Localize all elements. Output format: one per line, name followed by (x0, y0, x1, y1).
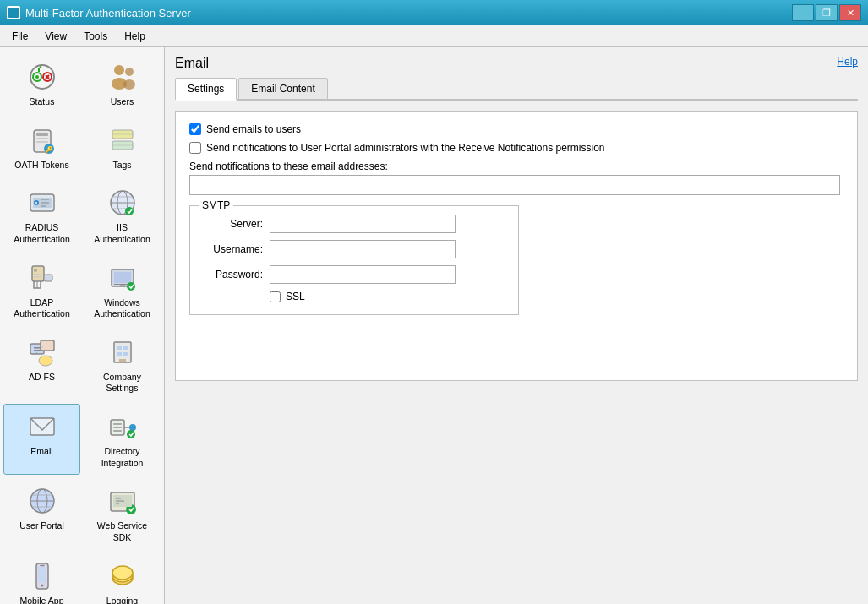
send-notifications-row: Send notifications to User Portal admini… (189, 142, 843, 154)
sidebar-item-logging[interactable]: Logging (84, 553, 161, 604)
company-icon (106, 335, 139, 369)
sidebar: Status Users (0, 47, 165, 604)
menu-tools[interactable]: Tools (75, 27, 116, 46)
svg-point-2 (35, 75, 39, 79)
sidebar-item-oath-tokens[interactable]: 🔑 OATH Tokens (3, 117, 80, 177)
sidebar-item-users[interactable]: Users (84, 54, 161, 114)
svg-point-8 (114, 65, 124, 75)
menu-bar: File View Tools Help (0, 25, 868, 47)
send-notifications-checkbox[interactable] (189, 142, 201, 154)
smtp-server-input[interactable] (270, 215, 456, 233)
sidebar-item-ldap-auth[interactable]: LDAPAuthentication (3, 255, 80, 326)
status-label: Status (30, 96, 55, 108)
email-icon (25, 410, 59, 443)
svg-rect-14 (36, 138, 48, 139)
tab-email-content[interactable]: Email Content (238, 78, 327, 99)
company-settings-label: CompanySettings (103, 372, 141, 395)
sidebar-item-mobile-app[interactable]: Mobile App (3, 553, 80, 604)
send-notifications-label: Send notifications to User Portal admini… (206, 142, 605, 154)
svg-rect-61 (113, 423, 122, 425)
users-icon (106, 60, 139, 94)
settings-panel: Send emails to users Send notifications … (175, 111, 858, 381)
sidebar-item-user-portal[interactable]: User Portal (3, 478, 80, 549)
smtp-username-row: Username: (202, 240, 506, 258)
sidebar-item-tags[interactable]: Tags (84, 117, 161, 177)
sidebar-item-email[interactable]: Email (3, 404, 80, 475)
sidebar-item-status[interactable]: Status (3, 54, 80, 114)
svg-rect-48 (34, 350, 41, 351)
svg-point-45 (127, 282, 135, 291)
send-emails-checkbox[interactable] (189, 123, 201, 135)
menu-file[interactable]: File (3, 27, 36, 46)
sidebar-item-ad-fs[interactable]: AD FS (3, 329, 80, 400)
sidebar-item-windows-auth[interactable]: WindowsAuthentication (84, 255, 161, 326)
svg-point-11 (123, 79, 135, 90)
sidebar-item-web-service-sdk[interactable]: Web ServiceSDK (84, 478, 161, 549)
email-addresses-row: Send notifications to these email addres… (189, 161, 843, 195)
ssl-label: SSL (286, 291, 305, 302)
iis-auth-label: IISAuthentication (94, 222, 150, 245)
tab-settings[interactable]: Settings (175, 78, 237, 101)
sidebar-item-iis-auth[interactable]: IISAuthentication (84, 180, 161, 251)
svg-text:🔑: 🔑 (45, 145, 53, 154)
portal-icon (25, 484, 59, 518)
smtp-group: SMTP Server: Username: Password: SSL (189, 205, 519, 315)
adfs-label: AD FS (29, 372, 55, 384)
ssl-checkbox[interactable] (270, 291, 281, 302)
logging-label: Logging (106, 596, 138, 604)
svg-rect-59 (30, 418, 54, 435)
svg-rect-62 (113, 427, 122, 428)
ldap-auth-label: LDAPAuthentication (14, 297, 70, 320)
oath-tokens-label: OATH Tokens (14, 160, 68, 171)
smtp-server-label: Server: (202, 218, 270, 230)
smtp-username-input[interactable] (270, 240, 456, 258)
svg-point-10 (125, 68, 134, 76)
iis-icon (106, 186, 139, 220)
windows-auth-label: WindowsAuthentication (94, 297, 150, 320)
sdk-icon (106, 484, 139, 518)
users-label: Users (111, 96, 134, 108)
ssl-row: SSL (270, 291, 506, 302)
windows-icon (106, 261, 139, 295)
directory-integration-label: DirectoryIntegration (101, 446, 144, 469)
svg-rect-15 (36, 141, 48, 143)
ldap-icon (25, 261, 59, 295)
svg-rect-49 (41, 340, 54, 351)
maximize-button[interactable]: ❐ (816, 4, 838, 21)
title-bar-left: Multi-Factor Authentication Server (7, 6, 191, 19)
svg-rect-56 (117, 352, 122, 356)
send-emails-label: Send emails to users (206, 123, 301, 135)
email-label: Email (30, 446, 52, 458)
oath-icon: 🔑 (25, 123, 59, 157)
svg-point-64 (129, 424, 136, 431)
menu-help[interactable]: Help (116, 27, 154, 46)
smtp-username-label: Username: (202, 243, 270, 255)
svg-point-34 (125, 207, 134, 215)
smtp-password-input[interactable] (270, 265, 456, 284)
sidebar-item-company-settings[interactable]: CompanySettings (84, 329, 161, 400)
content-area: Email Help Settings Email Content Send e… (165, 47, 868, 604)
sidebar-item-directory-integration[interactable]: DirectoryIntegration (84, 404, 161, 475)
svg-rect-13 (36, 133, 48, 136)
svg-rect-38 (34, 276, 41, 278)
email-addresses-input[interactable] (189, 175, 840, 195)
web-service-sdk-label: Web ServiceSDK (97, 520, 147, 543)
svg-rect-55 (123, 346, 128, 350)
help-link[interactable]: Help (837, 56, 858, 68)
svg-point-36 (34, 269, 37, 272)
svg-rect-54 (117, 346, 122, 350)
close-button[interactable]: ✕ (839, 4, 861, 21)
menu-view[interactable]: View (36, 27, 75, 46)
svg-point-52 (39, 356, 52, 366)
mobile-icon (25, 559, 59, 593)
sidebar-item-radius-auth[interactable]: RADIUSAuthentication (3, 180, 80, 251)
radius-auth-label: RADIUSAuthentication (14, 222, 70, 245)
svg-rect-78 (38, 567, 46, 582)
directory-icon (106, 410, 139, 443)
svg-point-25 (35, 202, 37, 204)
svg-rect-58 (119, 359, 126, 362)
title-bar: Multi-Factor Authentication Server — ❐ ✕ (0, 0, 868, 25)
user-portal-label: User Portal (19, 520, 64, 532)
minimize-button[interactable]: — (792, 4, 814, 21)
smtp-server-row: Server: (202, 215, 506, 233)
